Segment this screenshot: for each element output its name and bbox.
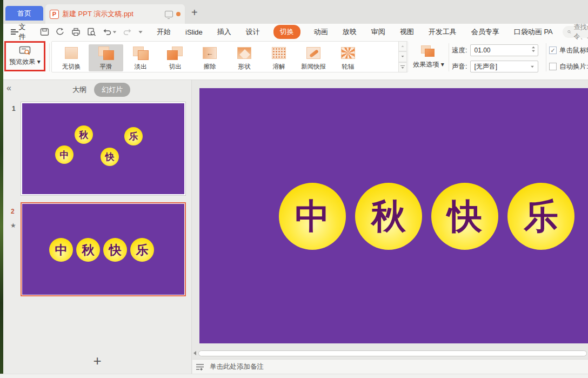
tab-slideshow[interactable]: 放映 bbox=[342, 25, 358, 38]
tab-pocket-animation[interactable]: 口袋动画 PA bbox=[513, 25, 554, 38]
slides-tab-active[interactable]: 幻灯片 bbox=[94, 83, 130, 97]
speed-value: 01.00 bbox=[474, 47, 490, 54]
slide2-circle-char: 中 bbox=[49, 238, 73, 262]
tab-islide[interactable]: iSlide bbox=[184, 26, 204, 38]
gallery-scroll-down-icon[interactable] bbox=[398, 51, 407, 62]
home-tab[interactable]: 首页 bbox=[5, 6, 43, 21]
gallery-scroll-strip bbox=[398, 41, 407, 72]
transition-dissolve[interactable]: 溶解 bbox=[262, 44, 296, 71]
undo-icon[interactable] bbox=[103, 28, 117, 36]
transition-star-icon[interactable]: ★ bbox=[10, 222, 16, 229]
command-search-box[interactable]: 查找命令、... bbox=[563, 26, 588, 38]
tab-insert[interactable]: 插入 bbox=[216, 25, 232, 38]
sound-dropdown[interactable]: [无声音] bbox=[470, 61, 538, 72]
unsaved-indicator-dot bbox=[176, 12, 181, 16]
slide-panel: « 大纲 幻灯片 1 中 秋 快 乐 2 ★ 中 秋 快 乐 bbox=[3, 80, 192, 374]
transition-wipe[interactable]: ← 擦除 bbox=[192, 44, 227, 71]
tab-review[interactable]: 审阅 bbox=[370, 25, 386, 38]
transition-wheel-spokes[interactable]: 轮辐 bbox=[331, 44, 365, 71]
slide-1-number: 1 bbox=[12, 105, 16, 112]
transitions-ribbon: 预览效果 ▾ 无切换 平滑 淡出 切出 ← 擦除 bbox=[3, 40, 588, 80]
collapse-panel-icon[interactable]: « bbox=[6, 83, 11, 93]
file-menu[interactable]: 文件 bbox=[3, 22, 35, 42]
on-mouse-click-option[interactable]: ✓ 单击鼠标时换片 bbox=[549, 44, 588, 56]
speed-control-row: 速度: 01.00 bbox=[452, 44, 538, 56]
sound-dropdown-caret-icon bbox=[531, 66, 534, 68]
slide1-circle-char: 乐 bbox=[124, 127, 143, 145]
slide-2-thumbnail-selected[interactable]: 中 秋 快 乐 bbox=[21, 202, 186, 296]
menu-bar: 文件 开始 iSlide 插入 设计 切换 动画 放映 审阅 视图 开发工具 会… bbox=[3, 24, 588, 40]
sound-value: [无声音] bbox=[474, 62, 497, 71]
ribbon-separator bbox=[449, 43, 449, 71]
advance-slide-options: ✓ 单击鼠标时换片 自动换片: bbox=[549, 44, 588, 72]
transition-cutout-icon bbox=[166, 46, 184, 61]
transition-shape-icon bbox=[235, 46, 253, 61]
tab-animation[interactable]: 动画 bbox=[313, 25, 329, 38]
transition-shape[interactable]: 形状 bbox=[227, 44, 262, 71]
slide1-circle-char: 快 bbox=[101, 148, 119, 166]
slide-circle-char[interactable]: 中 bbox=[279, 183, 346, 250]
tab-start[interactable]: 开始 bbox=[156, 25, 172, 38]
slide-1-thumbnail[interactable]: 中 秋 快 乐 bbox=[21, 102, 186, 196]
new-tab-button[interactable]: + bbox=[191, 6, 198, 18]
scroll-left-icon[interactable] bbox=[193, 351, 196, 355]
transition-dissolve-icon bbox=[270, 46, 288, 61]
speed-label: 速度: bbox=[452, 46, 467, 55]
transition-fade[interactable]: 淡出 bbox=[123, 44, 158, 71]
hamburger-icon bbox=[11, 29, 16, 35]
transition-newsflash[interactable]: 新闻快报 bbox=[296, 44, 331, 71]
horizontal-scrollbar[interactable] bbox=[192, 349, 588, 357]
gallery-expand-icon[interactable] bbox=[398, 62, 407, 72]
tab-design[interactable]: 设计 bbox=[245, 25, 261, 38]
slide-circle-char[interactable]: 秋 bbox=[355, 183, 422, 250]
present-mode-icon[interactable] bbox=[165, 11, 173, 17]
slide-circle-char[interactable]: 乐 bbox=[507, 183, 574, 250]
transition-cutout[interactable]: 切出 bbox=[158, 44, 192, 71]
outline-tab[interactable]: 大纲 bbox=[72, 85, 86, 95]
auto-advance-option[interactable]: 自动换片: bbox=[549, 61, 588, 72]
current-slide-canvas[interactable]: 中 秋 快 乐 bbox=[199, 88, 588, 343]
ribbon-separator bbox=[49, 43, 50, 71]
app-window: 首页 P 新建 PPT 演示文稿.ppt + 文件 开始 iSlide 插入 bbox=[0, 0, 588, 378]
main-editing-area: 中 秋 快 乐 单击此处添加备注 bbox=[192, 80, 588, 374]
search-icon bbox=[567, 29, 571, 35]
preview-effect-button[interactable]: 预览效果 ▾ bbox=[4, 41, 45, 71]
transition-wheel-icon bbox=[339, 46, 357, 61]
transition-none-icon bbox=[62, 46, 81, 61]
search-placeholder: 查找命令、... bbox=[574, 23, 588, 41]
transition-wipe-icon: ← bbox=[201, 46, 219, 61]
checkbox-checked-icon[interactable]: ✓ bbox=[549, 47, 557, 54]
redo-icon[interactable] bbox=[123, 28, 132, 36]
scrollbar-track[interactable] bbox=[198, 350, 587, 356]
tab-member[interactable]: 会员专享 bbox=[470, 25, 500, 38]
document-tab[interactable]: P 新建 PPT 演示文稿.ppt bbox=[45, 4, 185, 24]
gallery-scroll-up-icon[interactable] bbox=[398, 41, 407, 51]
toolbar-more-icon[interactable] bbox=[138, 31, 142, 34]
speed-input[interactable]: 01.00 bbox=[470, 44, 538, 56]
print-icon[interactable] bbox=[71, 28, 81, 36]
print-preview-icon[interactable] bbox=[87, 28, 96, 36]
slide-panel-header: « 大纲 幻灯片 bbox=[3, 80, 191, 100]
effect-options-label: 效果选项 ▾ bbox=[413, 60, 444, 69]
speed-spinner-icons[interactable] bbox=[531, 46, 536, 52]
slide-2-canvas: 中 秋 快 乐 bbox=[22, 204, 184, 295]
checkbox-unchecked-icon[interactable] bbox=[549, 63, 557, 70]
output-icon[interactable] bbox=[56, 28, 65, 36]
tab-devtools[interactable]: 开发工具 bbox=[427, 25, 458, 38]
quick-access-toolbar bbox=[35, 28, 148, 36]
undo-dropdown-icon[interactable] bbox=[113, 31, 116, 33]
window-tab-bar: 首页 P 新建 PPT 演示文稿.ppt + bbox=[3, 0, 588, 24]
effect-options-button[interactable]: 效果选项 ▾ bbox=[412, 42, 445, 72]
home-tab-label: 首页 bbox=[17, 9, 31, 18]
save-icon[interactable] bbox=[40, 28, 49, 36]
transition-fade-icon bbox=[131, 46, 150, 61]
notes-bar[interactable]: 单击此处添加备注 bbox=[192, 359, 588, 374]
transition-smooth-selected[interactable]: 平滑 bbox=[89, 44, 123, 71]
transition-gallery: 无切换 平滑 淡出 切出 ← 擦除 形状 bbox=[51, 41, 408, 72]
tab-transitions-active[interactable]: 切换 bbox=[273, 25, 300, 39]
add-slide-button[interactable]: + bbox=[93, 353, 101, 369]
slide-circle-char[interactable]: 快 bbox=[431, 183, 498, 250]
sound-control-row: 声音: [无声音] bbox=[452, 61, 538, 72]
tab-view[interactable]: 视图 bbox=[399, 25, 415, 38]
transition-none[interactable]: 无切换 bbox=[54, 44, 89, 71]
